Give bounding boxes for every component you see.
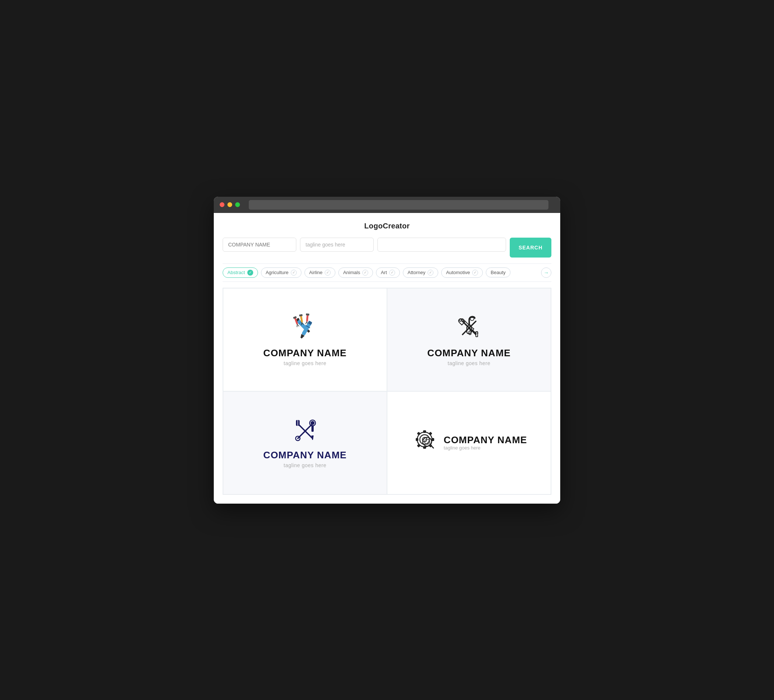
filter-beauty[interactable]: Beauty [486,267,510,277]
svg-rect-28 [476,332,478,337]
company-name-input[interactable] [223,238,296,252]
filter-attorney[interactable]: Attorney ✓ [403,267,438,278]
svg-point-27 [459,319,461,321]
svg-rect-21 [469,331,471,335]
svg-rect-46 [428,432,432,436]
logo1-company-name: COMPANY NAME [263,347,346,359]
svg-line-14 [305,321,307,324]
logo3-company-name: COMPANY NAME [263,449,346,461]
filter-abstract-check: ✓ [247,270,253,276]
app-title: LogoCreator [223,222,551,230]
maximize-button[interactable] [235,202,240,207]
browser-window: LogoCreator SEARCH Abstract ✓ Agricultur… [214,197,560,504]
svg-rect-41 [423,430,426,433]
logo4-svg [411,426,438,453]
logo1-icon [289,313,322,342]
filter-next-button[interactable]: → [541,267,551,278]
app-container: LogoCreator SEARCH Abstract ✓ Agricultur… [214,213,560,504]
filter-art[interactable]: Art ✓ [376,267,400,278]
address-bar[interactable] [249,200,548,210]
logo2-svg [455,313,484,341]
logo4-icon [411,426,438,455]
filter-automotive-label: Automotive [446,270,470,275]
logo-grid: COMPANY NAME tagline goes here [223,288,551,495]
filter-airline[interactable]: Airline ✓ [304,267,336,278]
logo-card-4[interactable]: COMPANY NAME tagline goes here [387,391,551,494]
filter-airline-label: Airline [309,270,322,275]
keyword-input[interactable] [377,238,506,252]
svg-rect-44 [432,438,434,441]
filter-abstract[interactable]: Abstract ✓ [223,267,258,278]
logo-card-3[interactable]: COMPANY NAME tagline goes here [223,391,387,494]
svg-rect-34 [311,425,314,432]
svg-line-7 [297,324,299,327]
filter-abstract-label: Abstract [227,270,245,275]
svg-point-33 [311,421,314,424]
filter-automotive-check: ✓ [472,270,478,276]
logo4-tagline: tagline goes here [444,445,527,451]
filter-art-check: ✓ [389,270,395,276]
filter-art-label: Art [381,270,387,275]
search-bar: SEARCH [223,238,551,258]
filter-attorney-check: ✓ [428,270,433,276]
search-button[interactable]: SEARCH [510,238,551,258]
filter-airline-check: ✓ [325,270,331,276]
svg-rect-9 [299,314,303,316]
logo-card-2[interactable]: COMPANY NAME tagline goes here [387,288,551,391]
filter-animals[interactable]: Animals ✓ [338,267,373,278]
logo2-icon [455,313,484,342]
svg-rect-42 [423,446,426,449]
filter-animals-check: ✓ [362,270,368,276]
close-button[interactable] [220,202,225,207]
logo3-icon [290,417,320,444]
filter-attorney-label: Attorney [408,270,425,275]
logo2-company-name: COMPANY NAME [427,347,511,359]
logo4-text: COMPANY NAME tagline goes here [444,435,527,451]
browser-titlebar [214,197,560,213]
tagline-input[interactable] [300,238,374,252]
filter-agriculture-label: Agriculture [266,270,289,275]
filter-beauty-label: Beauty [491,270,505,275]
logo3-tagline: tagline goes here [284,462,327,468]
logo2-tagline: tagline goes here [448,360,491,366]
filter-automotive[interactable]: Automotive ✓ [441,267,483,278]
filter-bar: Abstract ✓ Agriculture ✓ Airline ✓ Anima… [223,263,551,282]
logo1-svg [289,313,322,341]
logo1-tagline: tagline goes here [284,360,327,366]
filter-agriculture[interactable]: Agriculture ✓ [261,267,301,278]
logo-card-1[interactable]: COMPANY NAME tagline goes here [223,288,387,391]
filter-animals-label: Animals [343,270,360,275]
logo4-company-name: COMPANY NAME [444,435,527,446]
filter-agriculture-check: ✓ [291,270,297,276]
svg-rect-43 [416,438,418,441]
logo3-svg [290,417,320,443]
logo4-row: COMPANY NAME tagline goes here [411,426,527,460]
svg-rect-47 [417,444,420,447]
svg-rect-45 [417,432,420,436]
minimize-button[interactable] [227,202,232,207]
svg-rect-13 [306,313,309,315]
